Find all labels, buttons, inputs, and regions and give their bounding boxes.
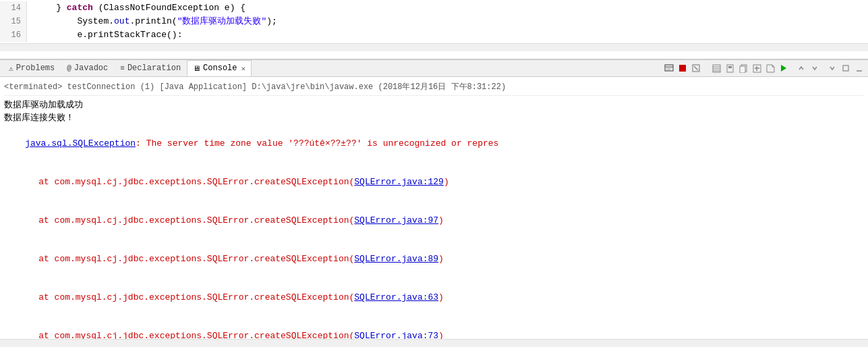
code-editor: 14 } catch (ClassNotFoundException e) { … — [0, 0, 868, 59]
tab-problems[interactable]: ⚠ Problems — [3, 60, 61, 76]
declaration-icon: ≡ — [120, 64, 125, 72]
svg-rect-12 — [728, 66, 732, 68]
toolbar-copy-btn[interactable] — [737, 62, 749, 74]
console-icon: 🖥 — [193, 64, 200, 73]
stack-line-1: at com.mysql.cj.jdbc.exceptions.SQLError… — [4, 163, 864, 201]
line-num-16: 16 — [0, 28, 27, 42]
line-content-16: e.printStackTrace(): — [27, 28, 182, 42]
toolbar-newconsole-btn[interactable] — [751, 62, 763, 74]
tab-problems-label: Problems — [16, 63, 55, 73]
console-tab-bar: ⚠ Problems @ Javadoc ≡ Declaration 🖥 Con… — [0, 59, 868, 77]
toolbar-open-btn[interactable] — [764, 62, 776, 74]
svg-rect-14 — [740, 66, 745, 73]
maximize-icon — [842, 65, 849, 72]
arrow-down-icon — [811, 65, 818, 72]
clear-icon — [664, 63, 674, 73]
toolbar-maximize-btn[interactable] — [840, 62, 852, 74]
svg-line-6 — [694, 66, 698, 70]
menu-icon — [829, 65, 836, 72]
tab-console-close[interactable]: ✕ — [241, 64, 246, 73]
svg-marker-20 — [781, 65, 786, 72]
toolbar-run-btn[interactable] — [778, 62, 790, 74]
arrow-up-icon — [798, 65, 805, 72]
tab-javadoc[interactable]: @ Javadoc — [61, 60, 114, 76]
line-num-14: 14 — [0, 1, 27, 15]
toolbar-disconnect-btn[interactable] — [690, 62, 702, 74]
svg-rect-4 — [679, 65, 686, 72]
toolbar-menu-btn[interactable] — [826, 62, 838, 74]
line-num-15: 15 — [0, 15, 27, 28]
console-toolbar — [663, 62, 865, 74]
minimize-icon — [856, 65, 863, 72]
code-lines: 14 } catch (ClassNotFoundException e) { … — [0, 0, 868, 43]
code-horizontal-scrollbar[interactable] — [0, 43, 868, 51]
stop-icon — [678, 64, 687, 72]
toolbar-stop-btn[interactable] — [676, 62, 689, 74]
console-output-line-1: 数据库驱动加载成功 — [4, 99, 864, 111]
new-console-icon — [753, 64, 761, 73]
toolbar-down-btn[interactable] — [809, 62, 821, 74]
code-line-14: 14 } catch (ClassNotFoundException e) { — [0, 1, 868, 15]
console-header: <terminated> testConnection (1) [Java Ap… — [4, 80, 864, 96]
code-line-16: 16 e.printStackTrace(): — [0, 28, 868, 42]
exception-class-link[interactable]: java.sql.SQLException — [25, 138, 136, 149]
tab-declaration[interactable]: ≡ Declaration — [114, 60, 187, 76]
toolbar-scroll-lock-btn[interactable] — [710, 62, 722, 74]
console-horizontal-scrollbar[interactable] — [0, 339, 868, 347]
stack-line-3: at com.mysql.cj.jdbc.exceptions.SQLError… — [4, 240, 864, 278]
stack-line-4: at com.mysql.cj.jdbc.exceptions.SQLError… — [4, 278, 864, 317]
line-content-15: System.out.println("数据库驱动加载失败"); — [27, 15, 277, 28]
disconnect-icon — [692, 64, 700, 72]
tab-declaration-label: Declaration — [127, 63, 181, 73]
tab-console[interactable]: 🖥 Console ✕ — [187, 60, 252, 76]
svg-rect-21 — [843, 65, 848, 71]
stack-link-2[interactable]: SQLError.java:97 — [354, 215, 438, 225]
svg-rect-11 — [727, 65, 733, 72]
javadoc-icon: @ — [67, 64, 71, 72]
pin-icon — [726, 64, 734, 73]
stack-link-3[interactable]: SQLError.java:89 — [354, 254, 438, 264]
code-line-15: 15 System.out.println("数据库驱动加载失败"); — [0, 15, 868, 28]
stack-line-2: at com.mysql.cj.jdbc.exceptions.SQLError… — [4, 201, 864, 240]
problems-icon: ⚠ — [9, 64, 13, 73]
console-output-line-2: 数据库连接失败！ — [4, 111, 864, 124]
console-output: <terminated> testConnection (1) [Java Ap… — [0, 77, 868, 339]
toolbar-pin-btn[interactable] — [724, 62, 736, 74]
run-icon — [780, 64, 788, 72]
toolbar-minimize-btn[interactable] — [853, 62, 865, 74]
stack-link-4[interactable]: SQLError.java:63 — [354, 292, 438, 302]
toolbar-clear-btn[interactable] — [663, 62, 675, 74]
line-content-14: } catch (ClassNotFoundException e) { — [27, 1, 245, 15]
tab-console-label: Console — [203, 63, 237, 73]
exception-message: : The server time zone value '???útê×??±… — [136, 138, 498, 149]
open-console-icon — [766, 64, 775, 73]
scroll-lock-icon — [712, 64, 721, 73]
console-exception-main: java.sql.SQLException: The server time z… — [4, 124, 864, 163]
stack-link-1[interactable]: SQLError.java:129 — [354, 177, 444, 187]
tab-javadoc-label: Javadoc — [74, 63, 108, 73]
stack-link-5[interactable]: SQLError.java:73 — [354, 331, 438, 339]
toolbar-up-btn[interactable] — [795, 62, 807, 74]
copy-icon — [739, 64, 748, 73]
stack-line-5: at com.mysql.cj.jdbc.exceptions.SQLError… — [4, 317, 864, 339]
